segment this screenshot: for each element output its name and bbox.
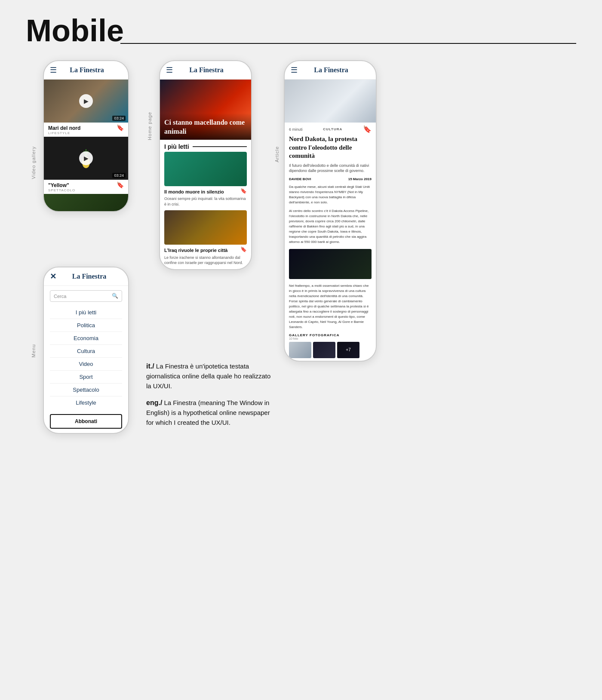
article-desc-2: Le forze irachene si stanno allontanando… (164, 255, 247, 266)
gallery-thumb-1[interactable] (289, 342, 311, 358)
video-caption-1: 🔖 Mari del nord LIFESTYLE (44, 123, 128, 137)
search-icon: 🔍 (112, 293, 118, 299)
hero-overlay-text: Ci stanno macellando come animali (160, 113, 251, 140)
hamburger-icon[interactable]: ☰ (50, 65, 57, 75)
article-body-2: Al centro dello scontro c'è il Dakota Ac… (285, 207, 376, 246)
phone1-header: ☰ La Finestra (44, 61, 128, 80)
menu-item-3[interactable]: Cultura (50, 345, 122, 358)
gallery-thumb-2[interactable] (313, 342, 335, 358)
article-date: 15 Marzo 2019 (348, 177, 372, 181)
menu-header: ✕ La Finestra (44, 267, 128, 286)
phone3-hamburger-icon[interactable]: ☰ (291, 65, 298, 75)
video-title-1: Mari del nord (48, 125, 124, 131)
description-block: it./ La Finestra è un'ipotetica testata … (146, 361, 275, 427)
play-button-1[interactable]: ▶ (79, 94, 93, 108)
article-card-2[interactable]: L'Iraq rivuole le proprie città 🔖 Le for… (160, 210, 251, 269)
bookmark-icon-1[interactable]: 🔖 (117, 124, 124, 132)
video-thumb-1[interactable]: ▶ 03:24 (44, 80, 128, 123)
section-title: I più letti (164, 143, 189, 150)
menu-item-1[interactable]: Politica (50, 319, 122, 332)
video-category-1: LIFESTYLE (48, 131, 124, 135)
article-author: DAVIDE BOVI (289, 177, 311, 181)
gallery-thumbs: +7 (289, 342, 372, 358)
phone4-label: Menu (31, 344, 36, 358)
phone1-logo: La Finestra (60, 66, 114, 74)
gallery-thumb-more[interactable]: +7 (337, 342, 359, 358)
article-subtitle: Il futuro dell'oleodotto e delle comunit… (285, 163, 376, 175)
bookmark-article-2[interactable]: 🔖 (240, 246, 247, 253)
hero-image: Ci stanno macellando come animali (160, 80, 251, 140)
phone2-hamburger-icon[interactable]: ☰ (166, 65, 173, 75)
desc-eng-prefix: eng./ (146, 399, 162, 406)
close-icon[interactable]: ✕ (50, 272, 56, 281)
title-underline (120, 43, 576, 44)
article-title-2: L'Iraq rivuole le proprie città 🔖 (164, 247, 247, 253)
video-title-2: "Yellow" (48, 182, 124, 188)
gallery-count: 10 foto (289, 337, 372, 340)
phone-video-gallery: ☰ La Finestra ▶ 03:24 🔖 Mari del nord LI… (43, 60, 129, 212)
gallery-more-label: +7 (337, 342, 359, 358)
gallery-section: GALLERY FOTOGRAFICA 10 foto +7 (285, 332, 376, 361)
article-body-1: Da qualche mese, alcuni stati centrali d… (285, 183, 376, 207)
article-hero-image (285, 80, 376, 123)
menu-item-4[interactable]: Video (50, 358, 122, 371)
section-divider (193, 146, 247, 147)
description-italian: it./ La Finestra è un'ipotetica testata … (146, 361, 275, 391)
gallery-label: GALLERY FOTOGRAFICA (289, 333, 372, 337)
menu-items-list: I più letti Politica Economia Cultura Vi… (44, 306, 128, 409)
video-thumb-3[interactable] (44, 194, 128, 211)
video-duration-1: 03:24 (112, 116, 126, 121)
article-bookmark[interactable]: 🔖 (363, 125, 372, 133)
article-meta: 6 minuti CULTURA 🔖 (285, 123, 376, 135)
description-english: eng./ La Finestra (meaning The Window in… (146, 398, 275, 427)
phone2-logo: La Finestra (176, 66, 236, 74)
article-inline-image (289, 249, 372, 279)
article-main-title: Nord Dakota, la protesta contro l'oleodo… (285, 135, 376, 163)
menu-item-sport[interactable]: Sport (50, 371, 122, 384)
phone-article: ☰ La Finestra 6 minuti CULTURA 🔖 Nord Da… (284, 60, 377, 362)
phone-menu: ✕ La Finestra Cerca 🔍 I più letti Politi… (43, 267, 129, 434)
desc-eng-text: La Finestra (meaning The Window in Engli… (146, 399, 270, 426)
section-header: I più letti (160, 140, 251, 152)
menu-item-2[interactable]: Economia (50, 332, 122, 345)
phone2-header: ☰ La Finestra (160, 61, 251, 80)
phone1-label: Video gallery (31, 146, 36, 179)
desc-it-text: La Finestra è un'ipotetica testata giorn… (146, 362, 270, 390)
menu-item-7[interactable]: Lifestyle (50, 396, 122, 409)
read-time: 6 minuti (289, 127, 303, 132)
phone3-logo: La Finestra (301, 66, 361, 74)
menu-item-0[interactable]: I più letti (50, 306, 122, 319)
phone-home-page: ☰ La Finestra Ci stanno macellando come … (159, 60, 252, 270)
article-category: CULTURA (306, 127, 359, 131)
video-duration-2: 03:24 (112, 173, 126, 178)
video-thumb-2[interactable]: ▶ 03:24 (44, 137, 128, 180)
video-caption-2: 🔖 "Yellow" SPETTACOLO (44, 180, 128, 194)
subscribe-button[interactable]: Abbonati (50, 414, 122, 429)
video-category-2: SPETTACOLO (48, 188, 124, 192)
phone3-label: Article (274, 146, 280, 163)
article-byline: DAVIDE BOVI 15 Marzo 2019 (285, 175, 376, 183)
article-body-3: Nel frattempo, a molti osservatori sembr… (285, 282, 376, 332)
menu-logo: La Finestra (56, 273, 122, 280)
article-desc-1: Oceani sempre più inquinati: la vita sot… (164, 196, 247, 207)
search-placeholder: Cerca (54, 294, 109, 299)
phone2-label: Home page (147, 112, 152, 140)
bookmark-icon-2[interactable]: 🔖 (117, 181, 124, 189)
play-button-2[interactable]: ▶ (79, 151, 93, 165)
search-bar[interactable]: Cerca 🔍 (50, 290, 122, 302)
bookmark-article-1[interactable]: 🔖 (240, 188, 247, 195)
desc-it-prefix: it./ (146, 362, 154, 370)
article-card-1[interactable]: Il mondo muore in silenzio 🔖 Oceani semp… (160, 152, 251, 210)
phone3-header: ☰ La Finestra (285, 61, 376, 80)
article-title-1: Il mondo muore in silenzio 🔖 (164, 189, 247, 195)
page-title: Mobile (26, 13, 124, 48)
menu-item-6[interactable]: Spettacolo (50, 384, 122, 396)
